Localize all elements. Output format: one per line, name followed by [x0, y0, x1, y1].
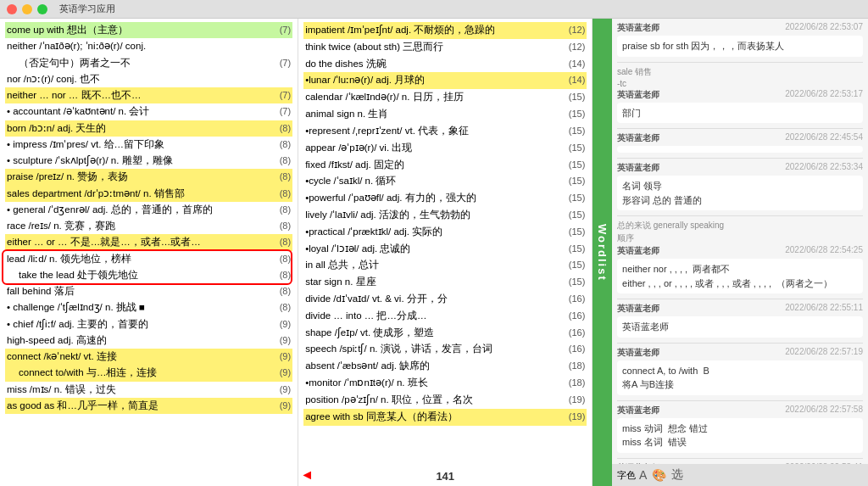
chat-divider — [617, 458, 863, 459]
vocab-text: high-speed adj. 高速的 — [7, 333, 272, 348]
color-picker-icon[interactable]: 🎨 — [652, 468, 666, 482]
middle-entry: appear /əˈpɪə(r)/ vi. 出现(15) — [303, 140, 587, 157]
vocab-num: (8) — [272, 137, 291, 152]
vocab-text: race /reɪs/ n. 竞赛，赛跑 — [7, 219, 272, 233]
msg-header: 英语蓝老师2022/06/28 22:45:54 — [617, 132, 863, 144]
wordlist-tab[interactable]: Wordlist — [593, 19, 612, 486]
vocab-num: (7) — [272, 23, 291, 37]
middle-num: (14) — [566, 73, 585, 87]
vocab-text: connect to/with 与…相连，连接 — [19, 366, 272, 380]
middle-entry: star sign n. 星座(15) — [303, 274, 587, 291]
vocab-num: (9) — [272, 317, 291, 332]
msg-body: 名词 领导 形容词 总的 普通的 — [617, 176, 863, 210]
chat-divider — [617, 400, 863, 401]
msg-author: 英语蓝老师 — [617, 405, 659, 416]
middle-text: shape /ʃeɪp/ vt. 使成形，塑造 — [305, 326, 566, 341]
middle-entry: •loyal /ˈlɔɪəl/ adj. 忠诚的(15) — [303, 241, 587, 258]
middle-text: fixed /fɪkst/ adj. 固定的 — [305, 158, 566, 173]
middle-text: do the dishes 洗碗 — [305, 57, 566, 72]
middle-num: (15) — [566, 158, 585, 172]
middle-text: •represent /ˌreprɪˈzent/ vt. 代表，象征 — [305, 124, 566, 139]
middle-num: (12) — [566, 23, 585, 37]
msg-author: 英语蓝老师 — [617, 132, 659, 144]
middle-entry: absent /ˈæbsənt/ adj. 缺席的(18) — [303, 358, 587, 375]
middle-text: •cycle /ˈsaɪkl/ n. 循环 — [305, 174, 566, 189]
msg-body — [617, 146, 863, 153]
minimize-button[interactable] — [22, 4, 32, 14]
vocab-num: (7) — [272, 104, 291, 119]
vocab-num: (8) — [272, 235, 291, 249]
vocab-entry: miss /mɪs/ n. 错误，过失(9) — [5, 382, 292, 398]
chat-message: 英语蓝老师2022/06/28 22:57:58miss 动词 想念 错过 mi… — [617, 405, 863, 453]
vocab-text: neither /ˈnaɪðə(r); ˈniːðə(r)/ conj. — [7, 39, 272, 53]
msg-timestamp: 2022/06/28 22:53:34 — [785, 162, 863, 174]
title-bar: 英语学习应用 — [0, 0, 868, 19]
vocab-entry: • sculpture /ˈskʌlptʃə(r)/ n. 雕塑，雕像(8) — [5, 153, 292, 169]
middle-text: lively /ˈlaɪvli/ adj. 活泼的，生气勃勃的 — [305, 208, 566, 223]
vocab-text: praise /preɪz/ n. 赞扬，表扬 — [7, 170, 272, 184]
middle-num: (19) — [566, 393, 585, 407]
vocab-text: • accountant /əˈkaʊntənt/ n. 会计 — [7, 104, 272, 119]
msg-timestamp: 2022/06/28 22:53:07 — [785, 22, 863, 34]
msg-author: 英语蓝老师 — [617, 303, 659, 315]
vocab-text: take the lead 处于领先地位 — [19, 268, 272, 282]
vocab-entry: • chief /tʃiːf/ adj. 主要的，首要的(9) — [5, 316, 292, 332]
chat-divider — [617, 299, 863, 299]
chat-bottom-bar: 字色 A 🎨 选 — [612, 464, 868, 486]
vocab-entry: high-speed adj. 高速的(9) — [5, 332, 292, 349]
chat-message: 英语蓝老师2022/06/28 22:57:19connect A, to /w… — [617, 347, 863, 395]
close-button[interactable] — [7, 4, 17, 14]
middle-entry: fixed /fɪkst/ adj. 固定的(15) — [303, 157, 587, 174]
chat-messages: 英语蓝老师2022/06/28 22:53:07praise sb for st… — [612, 19, 868, 464]
page-number: 141 — [436, 470, 454, 483]
msg-header: 英语蓝老师2022/06/28 22:57:19 — [617, 347, 863, 359]
msg-body: neither nor , , , , 两者都不 either , , , or… — [617, 259, 863, 293]
middle-entry: divide /dɪˈvaɪd/ vt. & vi. 分开，分(16) — [303, 291, 587, 308]
msg-author: 英语蓝老师 — [617, 162, 659, 174]
middle-text: animal sign n. 生肖 — [305, 107, 566, 122]
vocab-text: miss /mɪs/ n. 错误，过失 — [7, 383, 272, 397]
msg-author: 英语蓝老师 — [617, 22, 659, 34]
middle-num: (15) — [566, 225, 585, 239]
msg-timestamp: 2022/06/28 22:57:58 — [785, 405, 863, 416]
vocab-text: as good as 和…几乎一样，简直是 — [7, 399, 272, 413]
middle-text: •lunar /ˈluːnə(r)/ adj. 月球的 — [305, 73, 566, 88]
chat-label: 总的来说 generally speaking — [617, 220, 863, 232]
middle-num: (14) — [566, 57, 585, 71]
vocab-entry: come up with 想出（主意）(7) — [5, 22, 292, 38]
vocab-entry: neither … nor … 既不…也不…(7) — [5, 87, 292, 103]
middle-entry: shape /ʃeɪp/ vt. 使成形，塑造(16) — [303, 325, 587, 342]
msg-header: 英语蓝老师2022/06/28 22:53:17 — [617, 89, 863, 101]
vocab-num: (8) — [272, 300, 291, 315]
msg-timestamp: 2022/06/28 22:54:25 — [785, 245, 863, 257]
middle-entry: divide … into … 把…分成…(16) — [303, 308, 587, 325]
chat-label: sale 销售 — [617, 66, 863, 78]
middle-entry: lively /ˈlaɪvli/ adj. 活泼的，生气勃勃的(15) — [303, 207, 587, 224]
middle-entry: agree with sb 同意某人（的看法）(19) — [303, 409, 587, 426]
vocab-num: (8) — [272, 121, 291, 136]
middle-num: (15) — [566, 191, 585, 205]
msg-timestamp: 2022/06/28 22:53:17 — [785, 89, 863, 101]
middle-text: appear /əˈpɪə(r)/ vi. 出现 — [305, 141, 566, 156]
msg-author: 英语蓝老师 — [617, 347, 659, 359]
vocab-num: (9) — [272, 399, 291, 413]
chat-label: 顺序 — [617, 232, 863, 244]
chat-message: 英语蓝老师2022/06/28 22:45:54 — [617, 132, 863, 153]
middle-text: •powerful /ˈpaʊəfl/ adj. 有力的，强大的 — [305, 191, 566, 206]
vocab-text: • chief /tʃiːf/ adj. 主要的，首要的 — [7, 317, 272, 332]
select-icon[interactable]: 选 — [671, 467, 683, 483]
chat-message: 英语蓝老师2022/06/28 22:53:34名词 领导 形容词 总的 普通的 — [617, 162, 863, 210]
middle-entry: do the dishes 洗碗(14) — [303, 56, 587, 73]
middle-text: speech /spiːtʃ/ n. 演说，讲话，发言，台词 — [305, 342, 566, 357]
toolbar-icons: A 🎨 选 — [639, 467, 683, 483]
vocab-entry: take the lead 处于领先地位(8) — [5, 267, 292, 283]
maximize-button[interactable] — [37, 4, 47, 14]
vocab-entry: • accountant /əˈkaʊntənt/ n. 会计(7) — [5, 103, 292, 120]
msg-header: 英语蓝老师2022/06/28 22:53:34 — [617, 162, 863, 174]
msg-header: 英语蓝老师2022/06/28 22:55:11 — [617, 303, 863, 315]
middle-num: (15) — [566, 242, 585, 256]
font-color-icon[interactable]: A — [639, 468, 647, 482]
vocab-text: neither … nor … 既不…也不… — [7, 88, 272, 103]
vocab-panel-left: come up with 想出（主意）(7)neither /ˈnaɪðə(r)… — [0, 19, 298, 486]
middle-text: absent /ˈæbsənt/ adj. 缺席的 — [305, 359, 566, 374]
